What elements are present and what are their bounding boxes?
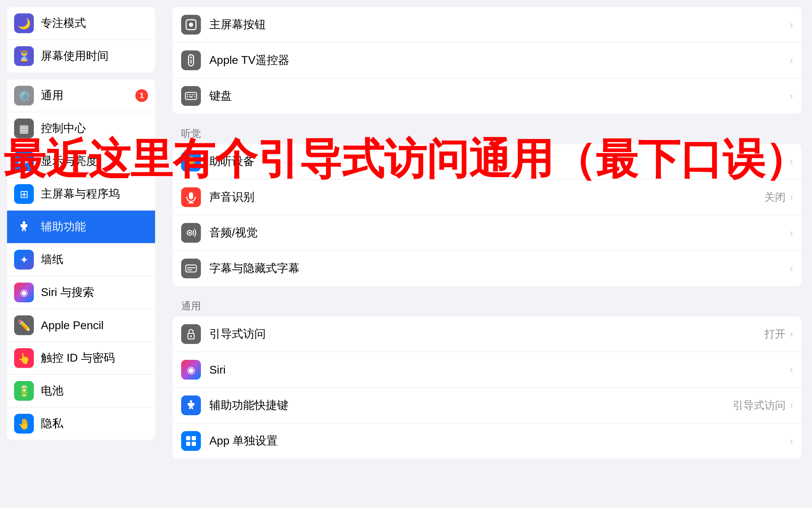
svg-rect-6 bbox=[185, 92, 197, 99]
home-screen-label: 主屏幕与程序坞 bbox=[41, 186, 148, 202]
sidebar-item-siri-search[interactable]: ◉ Siri 与搜索 bbox=[7, 276, 155, 309]
sidebar-item-touch-id[interactable]: 👆 触控 ID 与密码 bbox=[7, 342, 155, 375]
sidebar-item-accessibility[interactable]: 辅助功能 bbox=[7, 211, 155, 243]
content-item-guided-access[interactable]: 引导式访问 打开 › bbox=[173, 316, 801, 352]
apple-pencil-icon: ✏️ bbox=[14, 315, 34, 335]
app-settings-label: App 单独设置 bbox=[209, 433, 790, 449]
svg-rect-9 bbox=[192, 94, 193, 95]
svg-rect-13 bbox=[194, 96, 195, 97]
hearing-devices-label: 助听设备 bbox=[209, 154, 790, 169]
sidebar-item-general[interactable]: ⚙️ 通用 1 bbox=[7, 79, 155, 112]
home-button-chevron: › bbox=[790, 19, 793, 30]
home-button-icon bbox=[181, 15, 201, 35]
focus-mode-label: 专注模式 bbox=[41, 16, 148, 31]
hearing-devices-chevron: › bbox=[790, 156, 793, 167]
svg-rect-26 bbox=[192, 436, 196, 440]
apple-tv-icon bbox=[181, 50, 201, 70]
home-button-label: 主屏幕按钮 bbox=[209, 17, 790, 32]
wallpaper-icon: ✦ bbox=[14, 250, 34, 270]
svg-point-18 bbox=[189, 232, 191, 234]
svg-rect-25 bbox=[186, 436, 190, 440]
main-content: 主屏幕按钮 › Apple TV遥控器 › bbox=[162, 0, 812, 508]
svg-rect-7 bbox=[187, 94, 188, 95]
content-group-top: 主屏幕按钮 › Apple TV遥控器 › bbox=[173, 7, 801, 114]
sidebar-item-display[interactable]: AA 显示与亮度 bbox=[7, 145, 155, 178]
content-item-accessibility-shortcut[interactable]: 辅助功能快捷键 引导式访问 › bbox=[173, 388, 801, 423]
svg-rect-11 bbox=[187, 96, 188, 97]
content-item-siri[interactable]: ◉ Siri › bbox=[173, 352, 801, 388]
accessibility-icon bbox=[14, 217, 34, 237]
wallpaper-label: 墙纸 bbox=[41, 252, 148, 267]
svg-point-23 bbox=[190, 335, 192, 337]
screen-time-label: 屏幕使用时间 bbox=[41, 48, 148, 64]
subtitles-label: 字幕与隐藏式字幕 bbox=[209, 261, 790, 276]
content-item-keyboard[interactable]: 键盘 › bbox=[173, 78, 801, 114]
svg-point-2 bbox=[189, 23, 193, 27]
keyboard-label: 键盘 bbox=[209, 88, 790, 104]
sidebar-item-privacy[interactable]: 🤚 隐私 bbox=[7, 407, 155, 440]
sidebar-item-control-center[interactable]: ▦ 控制中心 bbox=[7, 112, 155, 145]
privacy-label: 隐私 bbox=[41, 416, 148, 431]
guided-access-chevron: › bbox=[790, 328, 793, 340]
home-screen-icon: ⊞ bbox=[14, 184, 34, 204]
sidebar-item-home-screen[interactable]: ⊞ 主屏幕与程序坞 bbox=[7, 178, 155, 211]
accessibility-shortcut-icon bbox=[181, 395, 201, 415]
subtitles-chevron: › bbox=[790, 263, 793, 274]
sidebar: 🌙 专注模式 ⏳ 屏幕使用时间 ⚙️ 通用 1 ▦ 控制中心 bbox=[0, 0, 162, 508]
content-item-app-settings[interactable]: App 单独设置 › bbox=[173, 423, 801, 459]
content-item-subtitles[interactable]: 字幕与隐藏式字幕 › bbox=[173, 251, 801, 286]
guided-access-icon bbox=[181, 324, 201, 344]
keyboard-chevron: › bbox=[790, 90, 793, 102]
content-item-home-button[interactable]: 主屏幕按钮 › bbox=[173, 7, 801, 43]
audio-video-chevron: › bbox=[790, 227, 793, 238]
display-label: 显示与亮度 bbox=[41, 153, 148, 169]
battery-label: 电池 bbox=[41, 383, 148, 399]
svg-rect-12 bbox=[189, 96, 193, 97]
accessibility-shortcut-label: 辅助功能快捷键 bbox=[209, 398, 733, 413]
general-label: 通用 bbox=[41, 88, 135, 103]
siri-label: Siri bbox=[209, 363, 790, 376]
svg-point-24 bbox=[190, 400, 192, 403]
siri-chevron: › bbox=[790, 364, 793, 375]
svg-point-4 bbox=[190, 57, 192, 59]
audio-video-label: 音频/视觉 bbox=[209, 225, 790, 241]
touch-id-label: 触控 ID 与密码 bbox=[41, 350, 148, 366]
guided-access-value: 打开 bbox=[764, 327, 786, 341]
content-item-voice-recognition[interactable]: 声音识别 关闭 › bbox=[173, 180, 801, 215]
content-group-general: 引导式访问 打开 › ◉ Siri › 辅助功能快捷键 引导式访问 › bbox=[173, 316, 801, 459]
content-item-hearing-devices[interactable]: 👂 助听设备 › bbox=[173, 144, 801, 180]
siri-search-label: Siri 与搜索 bbox=[41, 285, 148, 300]
sidebar-item-screen-time[interactable]: ⏳ 屏幕使用时间 bbox=[7, 40, 155, 72]
sidebar-item-battery[interactable]: 🔋 电池 bbox=[7, 375, 155, 407]
svg-rect-14 bbox=[189, 192, 193, 199]
app-settings-chevron: › bbox=[790, 435, 793, 447]
voice-recognition-chevron: › bbox=[790, 192, 793, 203]
privacy-icon: 🤚 bbox=[14, 414, 34, 434]
touch-id-icon: 👆 bbox=[14, 348, 34, 368]
display-icon: AA bbox=[14, 151, 34, 171]
siri-search-icon: ◉ bbox=[14, 283, 34, 302]
audio-video-icon bbox=[181, 223, 201, 243]
app-settings-icon bbox=[181, 431, 201, 451]
keyboard-icon bbox=[181, 86, 201, 106]
content-item-audio-video[interactable]: 音频/视觉 › bbox=[173, 215, 801, 251]
svg-rect-8 bbox=[189, 94, 191, 95]
voice-recognition-value: 关闭 bbox=[764, 190, 786, 205]
sidebar-item-focus-mode[interactable]: 🌙 专注模式 bbox=[7, 7, 155, 40]
sidebar-group-1: 🌙 专注模式 ⏳ 屏幕使用时间 bbox=[7, 7, 155, 72]
svg-rect-28 bbox=[192, 442, 196, 446]
focus-mode-icon: 🌙 bbox=[14, 13, 34, 33]
sidebar-item-apple-pencil[interactable]: ✏️ Apple Pencil bbox=[7, 309, 155, 342]
siri-icon: ◉ bbox=[181, 360, 201, 380]
sidebar-item-wallpaper[interactable]: ✦ 墙纸 bbox=[7, 243, 155, 276]
content-item-apple-tv-remote[interactable]: Apple TV遥控器 › bbox=[173, 43, 801, 78]
general-badge: 1 bbox=[135, 89, 148, 102]
hearing-devices-icon: 👂 bbox=[181, 152, 201, 171]
screen-time-icon: ⏳ bbox=[14, 46, 34, 66]
voice-recognition-icon bbox=[181, 187, 201, 207]
svg-point-0 bbox=[23, 221, 25, 224]
svg-rect-27 bbox=[186, 442, 190, 446]
apple-tv-remote-label: Apple TV遥控器 bbox=[209, 53, 790, 68]
apple-pencil-label: Apple Pencil bbox=[41, 319, 148, 332]
svg-rect-10 bbox=[194, 94, 195, 95]
